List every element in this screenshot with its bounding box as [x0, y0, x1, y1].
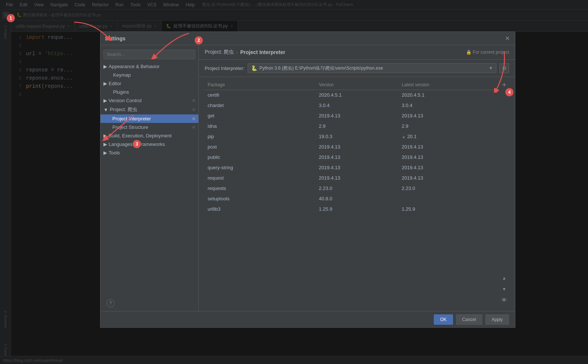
cell-version: 2019.4.13 — [316, 164, 399, 171]
badge-1: 1 — [7, 14, 15, 22]
nav-item-build[interactable]: ▶ Build, Execution, Deployment — [100, 131, 198, 140]
table-row[interactable]: certifi 2020.4.5.1 2020.4.5.1 — [205, 90, 496, 100]
breadcrumb-current: Project Interpreter — [240, 49, 285, 55]
nav-item-appearance[interactable]: ▶ Appearance & Behavior — [100, 62, 198, 71]
cell-latest: 3.0.4 — [399, 102, 482, 109]
cell-latest: 2019.4.13 — [399, 154, 482, 161]
chevron-right-icon: ▶ — [103, 141, 107, 147]
nav-item-pi-label: Project Interpreter — [112, 116, 151, 121]
nav-item-languages[interactable]: ▶ Languages & Frameworks — [100, 140, 198, 148]
nav-item-tools-label: Tools — [109, 150, 120, 156]
scroll-up-button[interactable]: ▲ — [499, 273, 509, 283]
table-row[interactable]: request 2019.4.13 2019.4.13 — [205, 173, 496, 183]
table-row[interactable]: post 2019.4.13 2019.4.13 — [205, 142, 496, 152]
ok-button[interactable]: OK — [434, 314, 453, 325]
nav-item-pi-icon: ⚙ — [192, 117, 195, 121]
cancel-button[interactable]: Cancel — [456, 314, 482, 325]
cell-package: urllib3 — [205, 206, 316, 213]
nav-item-version-control[interactable]: ▶ Version Control ⚙ — [100, 96, 198, 105]
cell-version: 19.0.3 — [316, 133, 399, 140]
apply-button[interactable]: Apply — [485, 314, 509, 325]
breadcrumb-parent: Project: 爬虫 — [205, 49, 234, 56]
col-header-version: Version — [316, 82, 399, 87]
cell-latest: 2019.4.13 — [399, 112, 482, 119]
table-row[interactable]: query-string 2019.4.13 2019.4.13 — [205, 163, 496, 173]
cell-latest: 2.9 — [399, 123, 482, 130]
cell-version: 2019.4.13 — [316, 154, 399, 161]
nav-item-editor-label: Editor — [109, 81, 121, 86]
cell-package: certifi — [205, 91, 316, 98]
table-row[interactable]: requests 2.23.0 2.23.0 — [205, 183, 496, 194]
dialog-close-button[interactable]: ✕ — [504, 35, 511, 42]
interpreter-settings-button[interactable]: ⚙ — [499, 63, 509, 73]
cell-latest: 2.23.0 — [399, 185, 482, 192]
table-row[interactable]: get 2019.4.13 2019.4.13 — [205, 111, 496, 121]
nav-item-vc-label: Version Control — [109, 98, 142, 103]
table-row[interactable]: public 2019.4.13 2019.4.13 — [205, 152, 496, 163]
dialog-title-bar: Settings ✕ — [100, 32, 515, 45]
cell-package: idna — [205, 123, 316, 130]
cell-package: request — [205, 174, 316, 181]
action-buttons-panel: + ▲ ▼ 👁 — [499, 77, 509, 305]
cell-version: 2019.4.13 — [316, 143, 399, 150]
table-row[interactable]: urllib3 1.25.9 1.25.9 — [205, 204, 496, 214]
nav-item-project-label: Project: 爬虫 — [110, 106, 137, 113]
cell-version: 2.23.0 — [316, 185, 399, 192]
badge-4: 4 — [505, 88, 513, 96]
nav-item-plugins[interactable]: Plugins — [100, 88, 198, 96]
update-arrow-icon: ▲ — [402, 134, 406, 139]
cell-package: chardet — [205, 102, 316, 109]
nav-item-appearance-label: Appearance & Behavior — [109, 64, 159, 69]
for-current-project-link[interactable]: 🔒 For current project — [466, 50, 509, 55]
nav-item-keymap[interactable]: Keymap — [100, 71, 198, 79]
settings-search-input[interactable] — [103, 50, 195, 59]
help-button[interactable]: ? — [106, 299, 115, 307]
scroll-down-button[interactable]: ▼ — [499, 284, 509, 294]
table-row[interactable]: idna 2.9 2.9 — [205, 121, 496, 131]
nav-item-project-structure[interactable]: Project Structure ⚙ — [100, 123, 198, 131]
chevron-right-icon: ▶ — [103, 150, 107, 156]
dialog-title: Settings — [105, 36, 504, 41]
interpreter-select[interactable]: 🐍 Python 3.6 (爬虫) E:\Python\练习\爬虫\venv\S… — [248, 63, 496, 73]
table-row[interactable]: chardet 3.0.4 3.0.4 — [205, 100, 496, 111]
cell-version: 2019.4.13 — [316, 174, 399, 181]
interpreter-label: Project Interpreter: — [205, 66, 245, 71]
chevron-right-icon: ▶ — [103, 98, 107, 103]
nav-item-keymap-label: Keymap — [113, 72, 131, 78]
nav-item-project-interpreter[interactable]: Project Interpreter ⚙ — [100, 114, 198, 123]
gear-icon: ⚙ — [502, 65, 507, 71]
cell-version: 40.8.0 — [316, 195, 399, 202]
cell-latest: 2019.4.13 — [399, 174, 482, 181]
content-panel: Project: 爬虫 › Project Interpreter 🔒 For … — [199, 45, 515, 311]
breadcrumb: Project: 爬虫 › Project Interpreter — [205, 49, 285, 56]
badge-3: 3 — [133, 140, 141, 148]
cell-package: setuptools — [205, 195, 316, 202]
eye-button[interactable]: 👁 — [499, 295, 509, 305]
cell-latest: 1.25.9 — [399, 206, 482, 213]
cell-package: public — [205, 154, 316, 161]
nav-item-ps-icon: ⚙ — [192, 125, 195, 129]
settings-dialog: Settings ✕ ▶ Appearance & Behavior Keyma… — [100, 31, 515, 328]
nav-item-project-icon: ⚙ — [192, 108, 195, 112]
nav-item-project[interactable]: ▼ Project: 爬虫 ⚙ — [100, 105, 198, 114]
help-button-area: ? — [103, 296, 118, 310]
cell-package: post — [205, 143, 316, 150]
cell-version: 2.9 — [316, 123, 399, 130]
table-row[interactable]: setuptools 40.8.0 — [205, 194, 496, 204]
nav-item-editor[interactable]: ▶ Editor — [100, 79, 198, 88]
cell-latest: 2019.4.13 — [399, 143, 482, 150]
cell-version: 2020.4.5.1 — [316, 91, 399, 98]
content-header: Project: 爬虫 › Project Interpreter 🔒 For … — [199, 45, 515, 60]
cell-package: query-string — [205, 164, 316, 171]
chevron-right-icon: ▶ — [103, 133, 107, 138]
nav-item-tools[interactable]: ▶ Tools — [100, 148, 198, 157]
table-row[interactable]: pip 19.0.3 ▲ 20.1 — [205, 131, 496, 142]
cell-package: get — [205, 112, 316, 119]
col-header-package: Package — [205, 82, 316, 87]
cell-package: pip — [205, 133, 316, 140]
nav-panel: ▶ Appearance & Behavior Keymap ▶ Editor … — [100, 45, 199, 311]
dropdown-arrow-icon: ▼ — [489, 66, 493, 71]
dialog-body: ▶ Appearance & Behavior Keymap ▶ Editor … — [100, 45, 515, 311]
interpreter-row: Project Interpreter: 🐍 Python 3.6 (爬虫) E… — [199, 60, 515, 77]
packages-area: Package Version Latest version certifi 2… — [199, 77, 515, 311]
